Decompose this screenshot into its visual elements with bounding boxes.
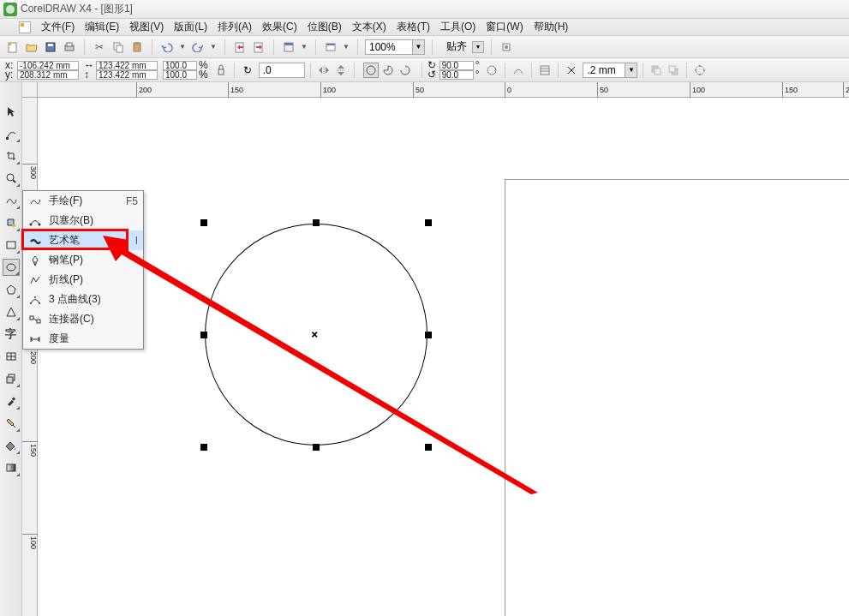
mirror-h-button[interactable]	[316, 63, 332, 78]
new-button[interactable]	[5, 39, 21, 55]
menu-window[interactable]: 窗口(W)	[481, 18, 528, 36]
menu-arrange[interactable]: 排列(A)	[212, 18, 257, 36]
shape-tool[interactable]	[3, 125, 20, 142]
selection-center-icon: ×	[311, 327, 318, 341]
flyout-pen[interactable]: 钢笔(P)	[23, 250, 143, 270]
app-launcher-button[interactable]	[281, 39, 296, 55]
menu-text[interactable]: 文本(X)	[347, 18, 392, 36]
flyout-polyline[interactable]: 折线(P)	[23, 270, 143, 290]
selection-handle-ne[interactable]	[425, 219, 432, 226]
save-button[interactable]	[43, 39, 58, 55]
export-button[interactable]	[251, 39, 266, 55]
y-position-input[interactable]: 208.312 mm	[17, 70, 79, 80]
selection-handle-e[interactable]	[425, 332, 432, 338]
selection-handle-se[interactable]	[425, 444, 432, 451]
redo-button[interactable]	[190, 39, 206, 55]
import-button[interactable]	[232, 39, 248, 55]
selection-handle-nw[interactable]	[200, 219, 207, 226]
start-angle-input[interactable]: 90.0	[439, 61, 474, 70]
pick-tool[interactable]	[3, 103, 20, 120]
ruler-horizontal[interactable]: 200 150 100 50 0 50 100 150 20	[38, 82, 849, 98]
welcome-dropdown[interactable]: ▼	[342, 39, 350, 55]
table-tool[interactable]	[3, 348, 20, 365]
text-tool[interactable]: 字	[3, 326, 20, 343]
canvas-area[interactable]: 200 150 100 50 0 50 100 150 20 300 250 2…	[22, 82, 849, 616]
interactive-fill-tool[interactable]	[3, 459, 20, 476]
smart-fill-tool[interactable]	[3, 214, 20, 231]
outline-dropdown-icon[interactable]: ▼	[625, 63, 637, 77]
outline-tool[interactable]	[3, 415, 20, 432]
x-position-input[interactable]: -106.242 mm	[17, 61, 79, 70]
flyout-freehand[interactable]: 手绘(F) F5	[23, 191, 143, 211]
wrap-text-button[interactable]	[537, 63, 553, 78]
svg-rect-39	[7, 242, 15, 248]
flyout-artistic-media[interactable]: 艺术笔 I	[23, 230, 143, 250]
undo-dropdown[interactable]: ▼	[178, 39, 187, 55]
ellipse-mode-pie[interactable]	[380, 63, 396, 78]
convert-to-curves-button[interactable]	[692, 63, 708, 78]
scale-x-input[interactable]: 100.0	[163, 61, 197, 70]
basic-shapes-tool[interactable]	[3, 303, 20, 320]
copy-button[interactable]	[111, 39, 126, 55]
drawing-surface[interactable]: ×	[38, 98, 849, 616]
bezier-icon	[28, 215, 42, 227]
fill-tool[interactable]	[3, 437, 20, 454]
ellipse-tool[interactable]	[3, 259, 20, 276]
flyout-dimension[interactable]: 度量	[23, 329, 143, 349]
svg-rect-23	[541, 66, 549, 75]
ruler-origin[interactable]	[22, 82, 38, 98]
menu-file[interactable]: 文件(F)	[36, 18, 80, 36]
outline-width-input[interactable]: .2 mm ▼	[583, 63, 637, 78]
eyedropper-tool[interactable]	[3, 392, 20, 410]
to-front-button[interactable]	[649, 63, 664, 78]
menu-bitmaps[interactable]: 位图(B)	[302, 18, 347, 36]
end-angle-input[interactable]: 90.0	[439, 70, 474, 80]
ruler-h-tick: 100	[690, 82, 705, 98]
selection-handle-s[interactable]	[313, 444, 320, 451]
undo-button[interactable]	[159, 39, 175, 55]
crop-tool[interactable]	[3, 147, 20, 164]
app-launcher-dropdown[interactable]: ▼	[300, 39, 308, 55]
menu-layout[interactable]: 版面(L)	[169, 18, 212, 36]
snap-label[interactable]: 贴齐	[446, 39, 467, 54]
arc-direction-button[interactable]	[484, 63, 499, 78]
paste-button[interactable]	[129, 39, 145, 55]
width-input[interactable]: 123.422 mm	[96, 61, 158, 70]
ellipse-mode-arc[interactable]	[398, 63, 413, 78]
flyout-3point-curve[interactable]: 3 点曲线(3)	[23, 290, 143, 309]
menu-edit[interactable]: 编辑(E)	[80, 18, 124, 36]
to-back-button[interactable]	[666, 63, 681, 78]
zoom-dropdown-icon[interactable]: ▼	[412, 40, 424, 54]
rotation-input[interactable]: .0	[259, 63, 305, 78]
standard-toolbar: ✂ ▼ ▼ ▼ ▼ 100% ▼ 贴齐 ▾	[0, 36, 849, 58]
rectangle-tool[interactable]	[3, 236, 20, 254]
scale-y-input[interactable]: 100.0	[163, 70, 197, 80]
zoom-level-input[interactable]: 100% ▼	[365, 39, 425, 55]
cut-button[interactable]: ✂	[92, 39, 107, 55]
height-input[interactable]: 123.422 mm	[96, 70, 158, 80]
print-button[interactable]	[62, 39, 77, 55]
redo-dropdown[interactable]: ▼	[209, 39, 218, 55]
to-curve-button[interactable]	[511, 63, 526, 78]
selection-handle-n[interactable]	[313, 219, 320, 226]
flyout-bezier[interactable]: 贝塞尔(B)	[23, 211, 143, 230]
menu-table[interactable]: 表格(T)	[392, 18, 435, 36]
polygon-tool[interactable]	[3, 281, 20, 298]
welcome-button[interactable]	[323, 39, 338, 55]
flyout-connector[interactable]: 连接器(C)	[23, 309, 143, 329]
zoom-tool[interactable]	[3, 170, 20, 187]
interactive-tool[interactable]	[3, 370, 20, 387]
menu-effects[interactable]: 效果(C)	[257, 18, 302, 36]
freehand-tool[interactable]	[3, 192, 20, 209]
selection-handle-sw[interactable]	[200, 444, 207, 451]
mirror-v-button[interactable]	[333, 63, 349, 78]
options-button[interactable]	[499, 39, 514, 55]
lock-ratio-button[interactable]	[213, 63, 229, 78]
open-button[interactable]	[24, 39, 39, 55]
menu-tools[interactable]: 工具(O)	[435, 18, 481, 36]
selection-handle-w[interactable]	[200, 332, 207, 338]
snap-dropdown-icon[interactable]: ▾	[472, 41, 484, 53]
menu-view[interactable]: 视图(V)	[124, 18, 169, 36]
ellipse-mode-full[interactable]	[363, 63, 379, 78]
menu-help[interactable]: 帮助(H)	[529, 18, 574, 36]
